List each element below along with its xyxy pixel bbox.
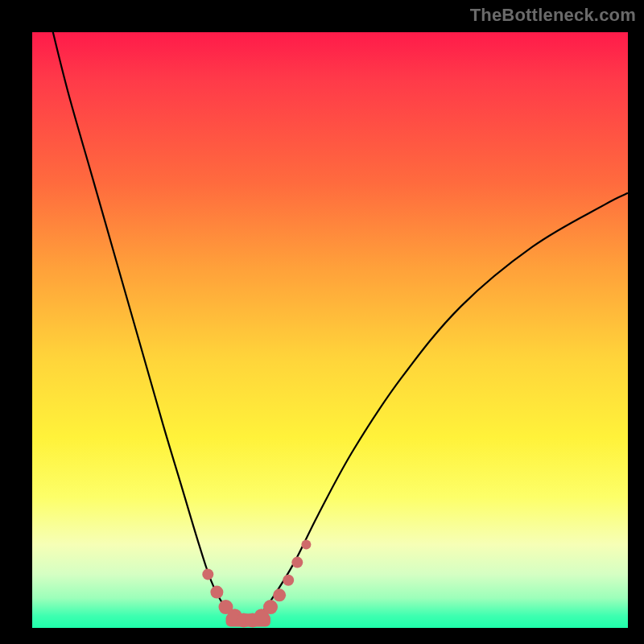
- chart-frame: TheBottleneck.com: [0, 0, 644, 644]
- markers-group: [202, 539, 311, 627]
- bottleneck-curve: [50, 20, 628, 621]
- marker-point: [210, 586, 223, 599]
- marker-point: [263, 600, 278, 614]
- chart-svg: [32, 32, 628, 628]
- marker-point: [273, 588, 286, 601]
- plot-area: [32, 32, 628, 628]
- marker-point: [291, 557, 303, 568]
- marker-point: [301, 539, 311, 549]
- marker-point: [283, 575, 294, 586]
- watermark-text: TheBottleneck.com: [470, 5, 636, 26]
- marker-point: [202, 568, 213, 580]
